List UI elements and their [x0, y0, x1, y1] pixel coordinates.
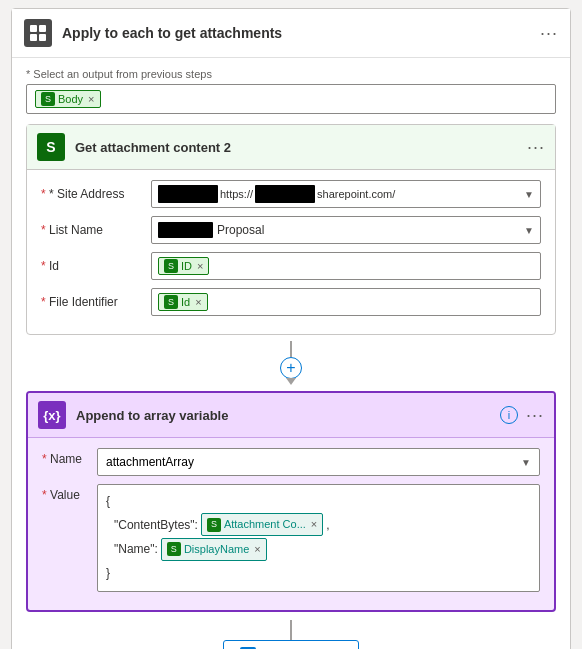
append-value-label: * Value	[42, 484, 97, 502]
site-address-row: * * Site Address https:// sharepoint.com…	[41, 180, 541, 208]
site-address-label: * * Site Address	[41, 187, 151, 201]
file-identifier-row: * File Identifier S Id ×	[41, 288, 541, 316]
value-line-close: }	[106, 563, 531, 583]
get-attachment-menu[interactable]: ···	[527, 137, 545, 158]
svg-rect-0	[30, 25, 37, 32]
connector-line-top	[290, 341, 292, 357]
connector-arrow	[286, 378, 296, 385]
select-output-label: * Select an output from previous steps	[26, 68, 556, 80]
file-identifier-label: * File Identifier	[41, 295, 151, 309]
apply-each-menu[interactable]: ···	[540, 23, 558, 44]
svg-rect-1	[39, 25, 46, 32]
list-name-redacted	[158, 222, 213, 238]
add-action-line	[290, 620, 292, 640]
id-row: * Id S ID ×	[41, 252, 541, 280]
display-name-token-label: DisplayName	[184, 540, 249, 559]
id-input[interactable]: S ID ×	[151, 252, 541, 280]
name-value: attachmentArray	[106, 455, 194, 469]
display-name-token-close[interactable]: ×	[254, 540, 260, 559]
sharepoint-icon: S	[37, 133, 65, 161]
file-id-token-close[interactable]: ×	[195, 296, 201, 308]
info-icon[interactable]: i	[500, 406, 518, 424]
id-token-close[interactable]: ×	[197, 260, 203, 272]
get-attachment-body: * * Site Address https:// sharepoint.com…	[27, 170, 555, 334]
url-redacted-1	[158, 185, 218, 203]
attachment-content-token: S Attachment Co... ×	[201, 513, 323, 536]
value-name-line: "Name": S DisplayName ×	[106, 538, 531, 561]
attachment-token-icon: S	[207, 518, 221, 532]
url-https: https://	[220, 188, 253, 200]
list-name-label: * List Name	[41, 223, 151, 237]
svg-rect-3	[39, 34, 46, 41]
name-key: "Name":	[114, 539, 158, 559]
value-line-open: {	[106, 491, 531, 511]
apply-each-card: Apply to each to get attachments ··· * S…	[11, 8, 571, 649]
append-card-title: Append to array variable	[76, 408, 500, 423]
url-suffix: sharepoint.com/	[317, 188, 395, 200]
variable-icon: {x}	[38, 401, 66, 429]
apply-each-icon	[24, 19, 52, 47]
get-attachment-card: S Get attachment content 2 ··· * * Site …	[26, 124, 556, 335]
display-name-token: S DisplayName ×	[161, 538, 267, 561]
file-id-token-icon: S	[164, 295, 178, 309]
body-token-close[interactable]: ×	[88, 93, 94, 105]
apply-each-title: Apply to each to get attachments	[62, 25, 540, 41]
get-attachment-header: S Get attachment content 2 ···	[27, 125, 555, 170]
name-dropdown-arrow[interactable]: ▼	[521, 457, 531, 468]
id-token: S ID ×	[158, 257, 209, 275]
site-address-dropdown[interactable]: ▼	[524, 189, 534, 200]
list-name-dropdown[interactable]: ▼	[524, 225, 534, 236]
svg-rect-2	[30, 34, 37, 41]
file-id-token-label: Id	[181, 296, 190, 308]
id-token-icon: S	[164, 259, 178, 273]
value-content-bytes-line: "ContentBytes": S Attachment Co... × ,	[106, 513, 531, 536]
id-label: * Id	[41, 259, 151, 273]
get-attachment-title: Get attachment content 2	[75, 140, 527, 155]
file-id-token: S Id ×	[158, 293, 208, 311]
body-token-label: Body	[58, 93, 83, 105]
comma-1: ,	[326, 515, 329, 535]
apply-each-body: * Select an output from previous steps S…	[12, 58, 570, 649]
append-card-body: * Name attachmentArray ▼ * Value	[28, 438, 554, 610]
display-name-token-icon: S	[167, 542, 181, 556]
body-token: S Body ×	[35, 90, 101, 108]
url-row: https:// sharepoint.com/	[158, 185, 524, 203]
content-bytes-key: "ContentBytes":	[114, 515, 198, 535]
value-box[interactable]: { "ContentBytes": S Attachment Co... × ,	[97, 484, 540, 592]
file-identifier-input[interactable]: S Id ×	[151, 288, 541, 316]
name-row: * Name attachmentArray ▼	[42, 448, 540, 476]
list-name-input[interactable]: Proposal ▼	[151, 216, 541, 244]
append-to-array-card: {x} Append to array variable i ··· * Nam…	[26, 391, 556, 612]
append-card-menu[interactable]: ···	[526, 405, 544, 426]
apply-each-header: Apply to each to get attachments ···	[12, 9, 570, 58]
output-token-input[interactable]: S Body ×	[26, 84, 556, 114]
add-between-button[interactable]: +	[280, 357, 302, 379]
site-address-input[interactable]: https:// sharepoint.com/ ▼	[151, 180, 541, 208]
append-card-header: {x} Append to array variable i ···	[28, 393, 554, 438]
value-brace-close: }	[106, 563, 110, 583]
url-redacted-2	[255, 185, 315, 203]
value-brace-open: {	[106, 491, 110, 511]
attachment-token-close[interactable]: ×	[311, 515, 317, 534]
token-icon: S	[41, 92, 55, 106]
list-name-row: * List Name Proposal ▼	[41, 216, 541, 244]
id-token-label: ID	[181, 260, 192, 272]
add-action-button[interactable]: Add an action	[223, 640, 359, 649]
value-row: * Value { "ContentBytes": S Attachment C…	[42, 484, 540, 592]
attachment-token-label: Attachment Co...	[224, 515, 306, 534]
list-name-value: Proposal	[217, 223, 264, 237]
append-name-label: * Name	[42, 448, 97, 466]
add-action-container: Add an action	[26, 620, 556, 649]
connector-between-cards: +	[26, 341, 556, 385]
name-select[interactable]: attachmentArray ▼	[97, 448, 540, 476]
